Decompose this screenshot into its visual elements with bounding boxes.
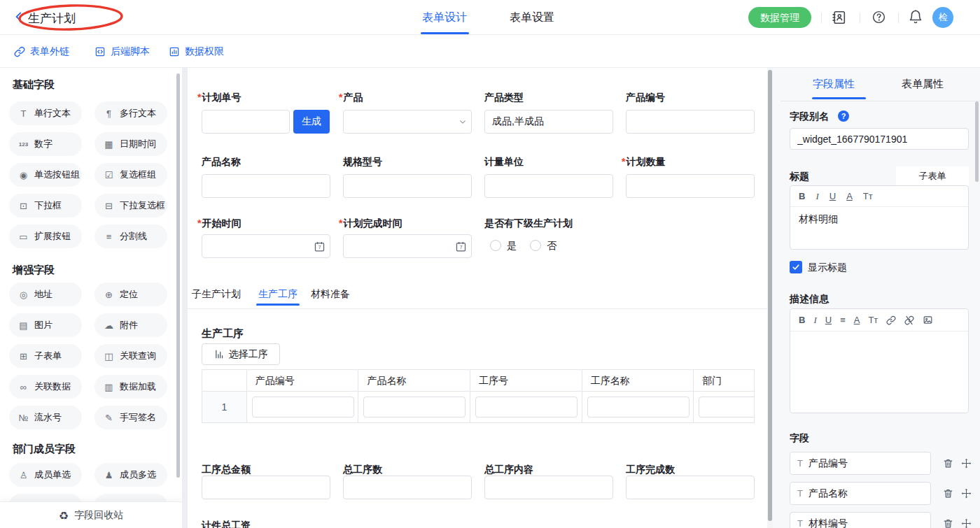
tab-field-properties[interactable]: 字段属性 (813, 78, 855, 91)
sidebar-item-checkbox-group[interactable]: ☑复选框组 (94, 163, 167, 187)
process-content-input[interactable] (484, 476, 613, 499)
sidebar-item-subform[interactable]: ⊞子表单 (9, 344, 82, 368)
unit-input[interactable] (484, 174, 613, 198)
sidebar-item-member-multi[interactable]: ♟成员多选 (94, 463, 167, 487)
radio-yes[interactable] (490, 240, 501, 251)
subform-tab-material[interactable]: 材料准备 (311, 288, 350, 301)
underline-button[interactable]: U (825, 315, 832, 325)
delete-field-button[interactable] (943, 488, 953, 499)
cell-input[interactable] (252, 397, 354, 418)
subform-field-item[interactable]: T 产品名称 (790, 482, 931, 505)
finish-time-input[interactable] (343, 234, 472, 258)
title-editor-content[interactable]: 材料明细 (790, 207, 968, 232)
cell-input[interactable] (587, 397, 690, 418)
field-label-has-sub-plan: 是否有下级生产计划 (484, 217, 573, 230)
plan-no-input[interactable] (202, 110, 290, 134)
address-book-icon[interactable] (832, 10, 847, 25)
avatar[interactable]: 检 (932, 7, 953, 28)
radio-yes-label[interactable]: 是 (507, 240, 517, 252)
insert-image-button[interactable] (923, 315, 933, 325)
move-field-handle[interactable] (961, 488, 972, 499)
data-permission-link[interactable]: 数据权限 (169, 45, 224, 58)
backend-script-link[interactable]: 后端脚本 (94, 45, 150, 58)
sidebar-item-member-single[interactable]: ♙成员单选 (9, 463, 82, 487)
process-done-input[interactable] (626, 476, 755, 499)
align-button[interactable]: ≡ (840, 315, 846, 325)
show-title-label[interactable]: 显示标题 (808, 262, 847, 274)
sidebar-item-image[interactable]: ▤图片 (9, 313, 82, 337)
sidebar-item-single-line-text[interactable]: T单行文本 (9, 101, 82, 125)
sidebar-item-dropdown[interactable]: ⊡下拉框 (9, 194, 82, 217)
generate-button[interactable]: 生成 (293, 110, 330, 134)
subform-field-item[interactable]: T 产品编号 (790, 452, 931, 475)
move-field-handle[interactable] (961, 458, 972, 469)
sidebar-item-extend-button[interactable]: ▭扩展按钮 (9, 224, 82, 248)
cell-input[interactable] (699, 397, 754, 418)
radio-no[interactable] (530, 240, 541, 251)
underline-button[interactable]: U (830, 191, 836, 201)
font-size-button[interactable]: Tᴛ (863, 191, 873, 201)
sidebar-item-signature[interactable]: ✎手写签名 (94, 406, 167, 429)
tab-form-settings[interactable]: 表单设置 (510, 10, 554, 25)
font-color-button[interactable]: A (846, 191, 853, 201)
form-external-link[interactable]: 表单外链 (14, 45, 69, 58)
delete-field-button[interactable] (943, 458, 953, 469)
sidebar-item-data-load[interactable]: ▥数据加载 (94, 375, 167, 399)
font-size-button[interactable]: Tᴛ (868, 315, 878, 325)
sidebar-item-multi-dropdown[interactable]: ⊟下拉复选框 (94, 194, 167, 217)
alias-label: 字段别名 (790, 110, 829, 123)
sidebar-item-datetime[interactable]: ▦日期时间 (94, 132, 167, 156)
sidebar-scrollbar[interactable] (176, 73, 180, 478)
product-type-input[interactable] (484, 110, 613, 134)
radio-no-label[interactable]: 否 (547, 240, 556, 252)
product-name-input[interactable] (202, 174, 330, 198)
remove-link-button[interactable] (904, 315, 914, 325)
field-recycle-bin[interactable]: ♻ 字段回收站 (0, 501, 182, 528)
notification-bell-icon[interactable] (908, 9, 923, 24)
bold-button[interactable]: B (799, 315, 805, 325)
serial-icon: № (18, 413, 29, 423)
tab-form-properties[interactable]: 表单属性 (902, 78, 944, 91)
sidebar-item-linked-query[interactable]: ◫关联查询 (94, 344, 167, 368)
sidebar-item-location[interactable]: ⊕定位 (94, 283, 167, 306)
sidebar-item-number[interactable]: 123数字 (9, 132, 82, 156)
product-code-input[interactable] (626, 110, 755, 134)
tab-form-design[interactable]: 表单设计 (422, 10, 467, 25)
red-ellipse-annotation (17, 3, 125, 31)
sidebar-item-divider[interactable]: ≡分割线 (94, 224, 167, 248)
spec-input[interactable] (343, 174, 472, 198)
italic-button[interactable]: I (816, 191, 818, 202)
insert-link-button[interactable] (886, 315, 896, 325)
form-design-canvas: *计划单号 生成 *产品 产品类型 产品编号 产品名称 规格型号 计量单位 *计… (188, 68, 767, 528)
plan-qty-input[interactable] (626, 174, 755, 198)
subform-tab-sub-plan[interactable]: 子生产计划 (192, 288, 241, 301)
alias-help-icon[interactable]: ? (838, 110, 849, 122)
sidebar-item-address[interactable]: ◎地址 (9, 283, 82, 306)
product-select[interactable] (343, 110, 472, 134)
italic-button[interactable]: I (813, 315, 816, 326)
process-total-input[interactable] (343, 476, 472, 499)
data-manage-button[interactable]: 数据管理 (748, 7, 811, 28)
description-editor-content[interactable] (790, 331, 968, 414)
sidebar-item-linked-data[interactable]: ∞关联数据 (9, 375, 82, 399)
move-field-handle[interactable] (961, 518, 972, 528)
delete-field-button[interactable] (943, 518, 953, 528)
start-time-input[interactable] (202, 234, 330, 258)
font-color-button[interactable]: A (854, 315, 860, 325)
sidebar-item-radio-group[interactable]: ◉单选按钮组 (9, 163, 82, 187)
cell-input[interactable] (475, 397, 578, 418)
bold-button[interactable]: B (799, 191, 805, 201)
alias-input[interactable] (790, 128, 969, 150)
help-icon[interactable] (872, 10, 886, 24)
subform-field-item[interactable]: T 材料编号 (790, 512, 931, 528)
cell-input[interactable] (363, 397, 465, 418)
sidebar-item-serial-number[interactable]: №流水号 (9, 406, 82, 429)
select-process-button[interactable]: 选择工序 (202, 343, 280, 365)
canvas-scrollbar[interactable] (768, 70, 772, 521)
show-title-checkbox[interactable] (790, 261, 802, 273)
sidebar-item-attachment[interactable]: ☁附件 (94, 313, 167, 337)
panel-scrollbar[interactable] (975, 101, 979, 182)
sidebar-item-multi-line-text[interactable]: ¶多行文本 (94, 101, 167, 125)
process-amount-input[interactable] (202, 476, 330, 499)
subform-tab-process[interactable]: 生产工序 (258, 288, 298, 301)
